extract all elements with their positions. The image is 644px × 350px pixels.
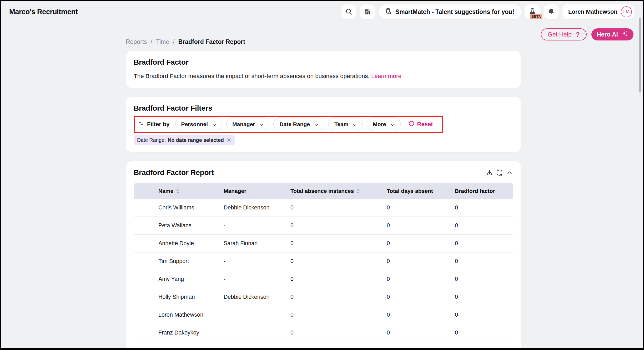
filter-dropdown-label: Manager <box>232 121 255 127</box>
cell-manager: - <box>224 330 290 336</box>
report-toolbar <box>486 169 513 176</box>
column-header-name[interactable]: Name <box>158 188 224 194</box>
topbar-actions: SmartMatch - Talent suggestions for you!… <box>341 4 634 19</box>
column-header-label: Name <box>158 188 173 194</box>
cell-name: Tim Support <box>158 258 224 265</box>
chevron-down-icon <box>212 121 216 127</box>
cell-factor: 0 <box>455 294 513 300</box>
reset-icon <box>408 120 415 128</box>
cell-factor: 0 <box>455 330 513 336</box>
intro-description: The Bradford Factor measures the impact … <box>134 73 513 80</box>
cell-factor: 0 <box>455 276 513 282</box>
sliders-icon <box>138 120 144 128</box>
table-row: Amy Yang-000 <box>134 270 513 288</box>
cell-name: Jack Pearson <box>158 348 224 350</box>
get-help-label: Get Help <box>548 31 572 38</box>
filter-dropdown-team[interactable]: Team <box>328 117 363 131</box>
remove-filter-button[interactable] <box>226 138 231 143</box>
search-icon <box>345 8 353 16</box>
refresh-button[interactable] <box>496 169 503 176</box>
avatar: LM <box>621 6 632 17</box>
filter-dropdown-manager[interactable]: Manager <box>226 117 269 131</box>
table-row: Loren Mathewson-000 <box>134 306 513 324</box>
filter-dropdown-label: Team <box>334 121 348 127</box>
topbar: Marco's Recruitment SmartMatch - Talent … <box>1 1 643 19</box>
labs-button[interactable]: BETA <box>525 4 540 19</box>
filter-dropdown-label: Date Range <box>279 121 310 127</box>
learn-more-link[interactable]: Learn more <box>371 73 401 79</box>
cell-days: 0 <box>387 330 455 336</box>
cell-days: 0 <box>387 204 455 211</box>
cell-manager: - <box>224 276 290 282</box>
breadcrumb-separator: / <box>173 38 174 45</box>
table-row: Annette DoyleSarah Finnan000 <box>134 235 513 253</box>
search-button[interactable] <box>341 4 356 19</box>
user-name: Loren Mathewson <box>568 8 617 15</box>
annotation-highlight-box: Filter by PersonnelManagerDate RangeTeam… <box>134 116 443 133</box>
breadcrumb-item-time[interactable]: Time <box>156 38 169 45</box>
bell-icon <box>547 8 555 16</box>
table-row: Holly ShipmanDebbie Dickenson000 <box>134 288 513 306</box>
page-content: Bradford Factor The Bradford Factor meas… <box>126 51 521 350</box>
sort-icon[interactable] <box>356 189 360 194</box>
table-row: Tim Support-000 <box>134 253 513 270</box>
notifications-button[interactable] <box>544 4 559 19</box>
hero-ai-button[interactable]: Hero AI <box>591 28 633 40</box>
cell-days: 0 <box>387 258 455 265</box>
collapse-button[interactable] <box>506 169 513 176</box>
get-help-button[interactable]: Get Help ? <box>541 28 587 40</box>
cell-name: Franz Dakoykoy <box>158 330 224 336</box>
hero-ai-label: Hero AI <box>597 31 618 38</box>
company-button[interactable] <box>360 4 375 19</box>
sort-icon[interactable] <box>176 189 179 194</box>
filter-dropdown-personnel[interactable]: Personnel <box>175 117 223 131</box>
chevron-down-icon <box>353 121 357 127</box>
filter-dropdown-date-range[interactable]: Date Range <box>273 117 324 131</box>
intro-card: Bradford Factor The Bradford Factor meas… <box>126 51 521 88</box>
filter-by-text: Filter by <box>147 121 170 128</box>
reset-button[interactable]: Reset <box>407 120 435 128</box>
column-header-manager: Manager <box>224 188 290 194</box>
smartmatch-label: SmartMatch - Talent suggestions for you! <box>395 8 514 16</box>
cell-instances: 0 <box>290 330 387 336</box>
chevron-up-icon <box>506 169 513 176</box>
reset-label: Reset <box>417 121 433 128</box>
scrollbar[interactable] <box>639 18 641 92</box>
report-header: Bradford Factor Report <box>134 168 513 177</box>
active-filter-value: No date range selected <box>168 137 224 143</box>
cell-days: 0 <box>387 294 455 300</box>
filter-by-label: Filter by <box>138 120 170 128</box>
user-menu[interactable]: Loren Mathewson LM <box>562 4 634 19</box>
filters-card: Bradford Factor Filters Filter by Person… <box>126 97 521 152</box>
cell-days: 0 <box>387 240 455 247</box>
table-row: Franz Dakoykoy-000 <box>134 324 513 342</box>
filter-dropdown-more[interactable]: More <box>367 117 400 131</box>
column-header-label: Manager <box>224 188 246 194</box>
cell-name: Holly Shipman <box>158 294 224 300</box>
column-header-total-absence-instances[interactable]: Total absence instances <box>290 188 387 194</box>
cell-instances: 0 <box>290 312 387 318</box>
question-mark-icon: ? <box>576 31 580 38</box>
breadcrumb-item-bradford-factor-report: Bradford Factor Report <box>178 38 245 45</box>
cell-name: Amy Yang <box>158 276 224 282</box>
table-body: Chris WilliamsDebbie Dickenson000Peta Wa… <box>134 199 513 350</box>
report-card: Bradford Factor Report NameManagerTotal … <box>126 161 521 350</box>
filters-title: Bradford Factor Filters <box>134 104 513 112</box>
table-row: Peta Wallace-000 <box>134 217 513 235</box>
table-header-row: NameManagerTotal absence instancesTotal … <box>134 183 513 199</box>
chevron-down-icon <box>259 121 263 127</box>
column-header-bradford-factor: Bradford factor <box>455 188 513 194</box>
chevron-down-icon <box>314 121 318 127</box>
download-button[interactable] <box>486 169 493 176</box>
active-filter-tag: Date Range:No date range selected <box>134 135 235 145</box>
report-table: NameManagerTotal absence instancesTotal … <box>134 183 513 350</box>
breadcrumb-item-reports[interactable]: Reports <box>126 38 147 45</box>
cell-days: 0 <box>387 222 455 229</box>
smartmatch-button[interactable]: SmartMatch - Talent suggestions for you! <box>379 4 521 19</box>
sparkles-icon <box>621 30 628 39</box>
cell-factor: 0 <box>455 348 513 350</box>
filter-dropdown-label: Personnel <box>181 121 208 127</box>
column-header-label: Bradford factor <box>455 188 495 194</box>
cell-instances: 0 <box>290 348 387 350</box>
refresh-icon <box>496 169 503 176</box>
